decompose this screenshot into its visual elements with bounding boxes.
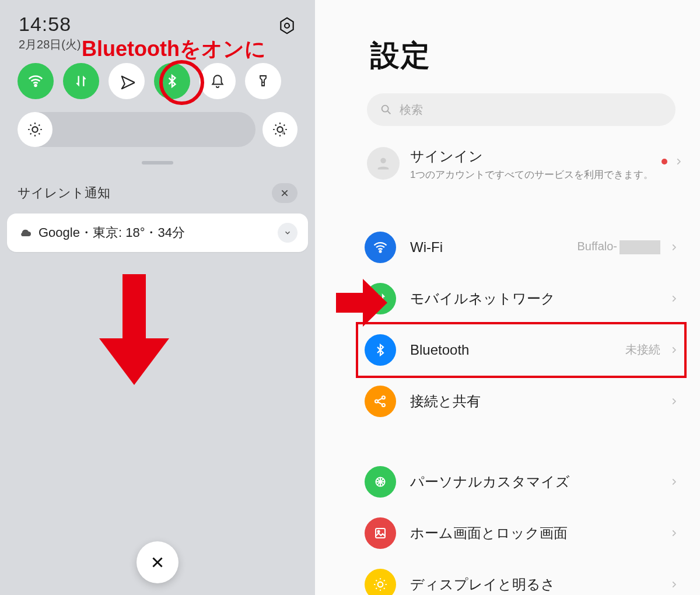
dnd-toggle[interactable] [200,63,236,99]
settings-item-personal-customize[interactable]: パーソナルカスタマイズ [365,456,700,508]
mobile-network-label: モバイルネットワーク [410,289,670,308]
wallpaper-icon [365,517,396,549]
brightness-row: A [0,99,315,147]
svg-point-2 [35,85,37,86]
clock-time: 14:58 [19,13,276,36]
chevron-right-icon [670,344,678,356]
wifi-toggle[interactable] [18,63,54,99]
chevron-right-icon [670,578,678,591]
flashlight-toggle[interactable] [245,63,281,99]
svg-point-9 [375,400,378,402]
svg-point-10 [382,396,385,399]
share-icon [365,386,396,417]
personal-customize-label: パーソナルカスタマイズ [410,473,670,491]
wifi-status: Buffalo- [577,240,660,254]
sign-in-text: サインイン 1つのアカウントですべてのサービスを利用できます。 [410,147,662,182]
transition-arrow-annotation [336,279,387,327]
wifi-icon [365,232,396,263]
svg-point-6 [382,106,388,112]
cloud-icon [19,226,33,240]
svg-point-7 [380,158,386,163]
settings-list: Wi-Fi Buffalo- モバイルネットワーク Bluetooth 未接続 [365,222,700,595]
weather-text: Google・東京: 18°・34分 [38,224,278,242]
display-brightness-label: ディスプレイと明るさ [410,575,670,594]
annotation-bluetooth-on: Bluetoothをオンに [82,35,266,64]
silent-notifications-label: サイレント通知 [18,184,272,202]
expand-notification-button[interactable] [278,223,298,243]
bluetooth-status: 未接続 [625,342,660,358]
brightness-slider[interactable] [18,112,256,147]
settings-item-home-lock-screen[interactable]: ホーム画面とロック画面 [365,508,700,559]
settings-item-connection-share[interactable]: 接続と共有 [365,376,700,427]
chevron-right-icon [670,475,678,488]
connection-share-label: 接続と共有 [410,392,670,411]
settings-shortcut-icon[interactable] [276,15,298,36]
chevron-right-icon [670,527,678,540]
bluetooth-toggle[interactable] [154,63,190,99]
sign-in-subtitle: 1つのアカウントですべてのサービスを利用できます。 [410,168,662,182]
bluetooth-label: Bluetooth [410,342,625,358]
clear-all-notifications-button[interactable] [136,541,178,583]
chevron-right-icon [670,395,678,408]
notification-dot-icon [662,159,667,164]
settings-title: 設定 [365,0,700,75]
settings-item-bluetooth[interactable]: Bluetooth 未接続 [365,324,700,376]
mobile-data-toggle[interactable] [63,63,99,99]
sign-in-title: サインイン [410,147,662,166]
silent-notifications-header: サイレント通知 [0,164,315,210]
chevron-right-icon [674,155,682,168]
brightness-thumb[interactable] [18,112,52,147]
weather-notification-card[interactable]: Google・東京: 18°・34分 [7,214,308,252]
sign-in-indicator [662,155,682,168]
wifi-label: Wi-Fi [410,239,577,256]
svg-text:A: A [282,130,286,135]
swipe-down-arrow-annotation [99,274,169,385]
chevron-right-icon [670,241,678,254]
customize-icon [365,466,396,498]
svg-point-11 [382,404,385,407]
redacted-text [620,240,660,254]
svg-point-8 [380,250,382,252]
airplane-mode-toggle[interactable] [108,63,145,99]
settings-item-wifi[interactable]: Wi-Fi Buffalo- [365,222,700,273]
home-lock-screen-label: ホーム画面とロック画面 [410,524,670,542]
bluetooth-icon [365,334,396,366]
chevron-right-icon [670,292,678,305]
svg-point-1 [285,23,289,28]
search-icon [380,103,393,116]
svg-rect-13 [376,528,385,538]
svg-point-15 [378,582,383,587]
sign-in-row[interactable]: サインイン 1つのアカウントですべてのサービスを利用できます。 [365,126,700,182]
settings-item-display-brightness[interactable]: ディスプレイと明るさ [365,559,700,595]
auto-brightness-toggle[interactable]: A [262,112,298,147]
svg-point-3 [32,127,37,132]
avatar-icon [367,147,400,180]
settings-item-mobile-network[interactable]: モバイルネットワーク [365,273,700,324]
settings-search-bar[interactable]: 検索 [367,93,676,126]
svg-marker-0 [281,18,293,34]
quick-settings-panel: 14:58 2月28日(火) Bluetoothをオンに [0,0,315,595]
brightness-icon [365,569,396,595]
search-placeholder: 検索 [400,102,423,118]
dismiss-silent-button[interactable] [272,183,298,203]
svg-point-14 [377,530,379,532]
